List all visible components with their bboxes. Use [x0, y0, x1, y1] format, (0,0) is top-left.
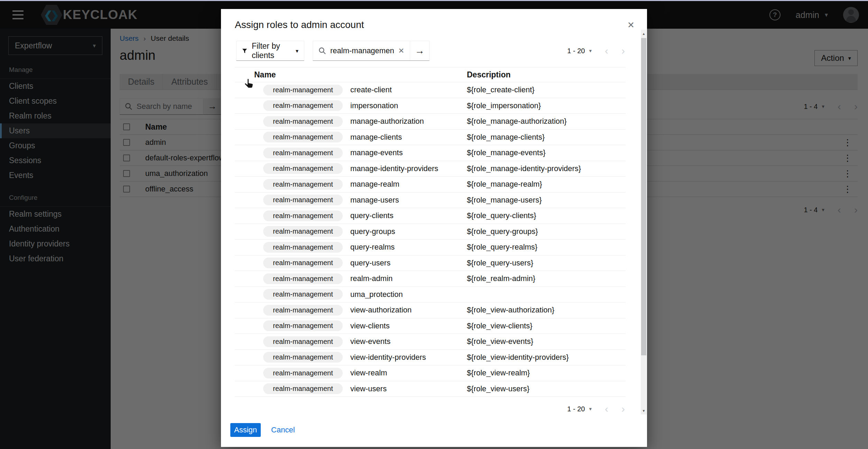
role-row: realm-management manage-clients ${role_m…: [235, 130, 626, 146]
client-badge: realm-management: [263, 100, 343, 111]
role-name-cell: realm-management query-clients: [254, 211, 467, 221]
role-description: ${role_manage-users}: [467, 196, 626, 205]
role-description: ${role_manage-identity-providers}: [467, 164, 626, 173]
chevron-right-icon[interactable]: ›: [621, 46, 625, 56]
modal-scrollbar[interactable]: ▲ ▼: [641, 30, 647, 414]
role-name-cell: realm-management view-authorization: [254, 305, 467, 316]
role-name-cell: realm-management view-identity-providers: [254, 352, 467, 363]
role-row: realm-management impersonation ${role_im…: [235, 98, 626, 114]
search-icon: [318, 47, 326, 55]
role-description: ${role_create-client}: [467, 85, 626, 94]
assign-button[interactable]: Assign: [230, 423, 261, 437]
role-name-cell: realm-management uma_protection: [254, 289, 467, 300]
role-name: manage-identity-providers: [350, 164, 438, 173]
role-description: ${role_query-users}: [467, 259, 626, 268]
chevron-right-icon[interactable]: ›: [621, 404, 625, 414]
role-name-cell: realm-management query-users: [254, 258, 467, 268]
role-search-input[interactable]: [330, 46, 394, 55]
role-description: ${role_view-events}: [467, 337, 626, 346]
role-name-cell: realm-management view-users: [254, 383, 467, 394]
filter-by-clients-dropdown[interactable]: Filter by clients ▾: [236, 41, 304, 61]
client-badge: realm-management: [263, 242, 343, 253]
role-name-cell: realm-management manage-users: [254, 195, 467, 205]
chevron-left-icon[interactable]: ‹: [605, 46, 608, 56]
role-description: ${role_view-identity-providers}: [467, 353, 626, 362]
client-badge: realm-management: [263, 85, 343, 95]
role-row: realm-management manage-authorization ${…: [235, 114, 626, 130]
role-description: ${role_query-clients}: [467, 211, 626, 220]
scroll-down-icon[interactable]: ▼: [641, 407, 647, 414]
filter-icon: [242, 47, 247, 54]
role-row: realm-management manage-users ${role_man…: [235, 193, 626, 208]
role-row: realm-management view-authorization ${ro…: [235, 302, 626, 318]
client-badge: realm-management: [263, 116, 343, 127]
role-name: query-users: [350, 259, 390, 268]
role-description: ${role_view-realm}: [467, 368, 626, 377]
pagination-range-dropdown[interactable]: 1 - 20 ▾: [567, 47, 592, 55]
role-name: view-realm: [350, 368, 387, 377]
client-badge: realm-management: [263, 383, 343, 394]
client-badge: realm-management: [263, 163, 343, 174]
role-row: realm-management manage-identity-provide…: [235, 161, 626, 177]
keycloak-admin-screen: ❮ ❯ KEYCLOAK ? admin ▾ Expertflow ▾ Mana…: [0, 0, 868, 449]
role-row: realm-management manage-realm ${role_man…: [235, 177, 626, 193]
pagination-range-dropdown[interactable]: 1 - 20 ▾: [567, 405, 592, 413]
role-description: ${role_view-users}: [467, 384, 626, 393]
chevron-left-icon[interactable]: ‹: [605, 404, 608, 414]
role-name: manage-realm: [350, 180, 399, 189]
role-row: realm-management uma_protection: [235, 287, 626, 303]
role-name-cell: realm-management create-client: [254, 85, 467, 95]
role-name-cell: realm-management view-events: [254, 336, 467, 347]
role-name: query-clients: [350, 211, 394, 220]
role-description: ${role_view-authorization}: [467, 306, 626, 315]
role-name: view-events: [350, 337, 390, 346]
role-row: realm-management query-clients ${role_qu…: [235, 208, 626, 224]
role-name: manage-authorization: [350, 117, 424, 126]
client-badge: realm-management: [263, 258, 343, 268]
client-badge: realm-management: [263, 226, 343, 237]
client-badge: realm-management: [263, 148, 343, 158]
role-name-cell: realm-management view-clients: [254, 320, 467, 331]
scrollbar-thumb[interactable]: [641, 38, 646, 355]
role-name: manage-events: [350, 148, 403, 157]
client-badge: realm-management: [263, 179, 343, 190]
client-badge: realm-management: [263, 289, 343, 300]
name-column-header: Name: [254, 70, 467, 79]
role-row: realm-management view-identity-providers…: [235, 350, 626, 366]
search-submit-button[interactable]: →: [410, 41, 429, 60]
cancel-button[interactable]: Cancel: [271, 425, 295, 434]
scroll-up-icon[interactable]: ▲: [641, 30, 647, 37]
role-name-cell: realm-management manage-realm: [254, 179, 467, 190]
role-name: manage-clients: [350, 133, 402, 142]
client-badge: realm-management: [263, 352, 343, 363]
role-description: ${role_manage-realm}: [467, 180, 626, 189]
client-badge: realm-management: [263, 195, 343, 205]
role-row: realm-management query-users ${role_quer…: [235, 255, 626, 271]
roles-table: Name Description realm-management create…: [235, 67, 626, 397]
role-name-cell: realm-management query-groups: [254, 226, 467, 237]
clear-icon[interactable]: ✕: [398, 47, 404, 55]
client-badge: realm-management: [263, 336, 343, 347]
role-row: realm-management view-users ${role_view-…: [235, 381, 626, 397]
role-name-cell: realm-management manage-clients: [254, 132, 467, 142]
modal-toolbar: Filter by clients ▾ ✕ →: [236, 41, 430, 61]
role-search-group: ✕ →: [313, 41, 430, 61]
client-badge: realm-management: [263, 320, 343, 331]
role-name-cell: realm-management impersonation: [254, 100, 467, 111]
role-row: realm-management view-clients ${role_vie…: [235, 318, 626, 334]
caret-down-icon: ▾: [589, 406, 592, 412]
role-name: manage-users: [350, 196, 399, 205]
role-name-cell: realm-management manage-events: [254, 148, 467, 158]
role-name-cell: realm-management realm-admin: [254, 273, 467, 284]
role-description: ${role_impersonation}: [467, 101, 626, 110]
caret-down-icon: ▾: [296, 48, 298, 54]
roles-pagination-bottom: 1 - 20 ▾ ‹ ›: [567, 401, 625, 417]
role-name: query-realms: [350, 243, 395, 252]
role-description: ${role_query-groups}: [467, 227, 626, 236]
role-row: realm-management query-realms ${role_que…: [235, 240, 626, 255]
modal-footer: Assign Cancel: [230, 423, 295, 437]
roles-pagination-top: 1 - 20 ▾ ‹ ›: [567, 41, 625, 61]
client-badge: realm-management: [263, 305, 343, 316]
role-row: realm-management realm-admin ${role_real…: [235, 271, 626, 287]
close-icon[interactable]: ✕: [627, 20, 635, 30]
